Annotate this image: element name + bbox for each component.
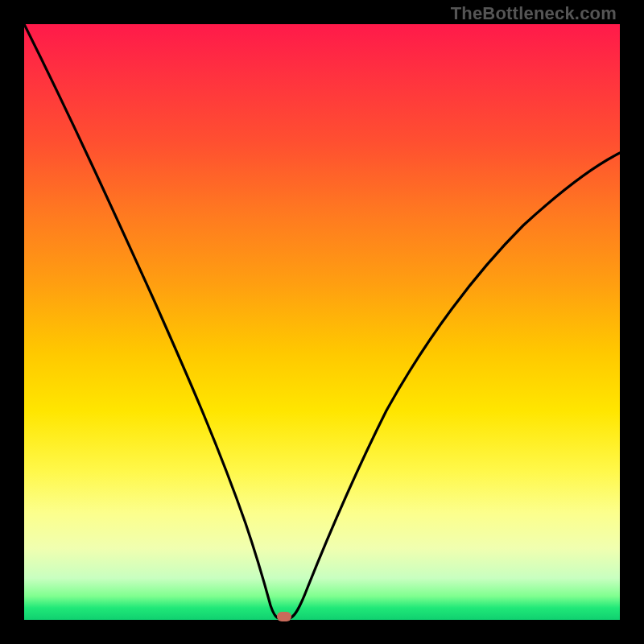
bottleneck-curve: [24, 24, 620, 620]
watermark-text: TheBottleneck.com: [451, 3, 617, 24]
curve-path: [24, 24, 620, 618]
chart-frame: TheBottleneck.com: [0, 0, 644, 644]
optimal-marker: [277, 612, 291, 621]
